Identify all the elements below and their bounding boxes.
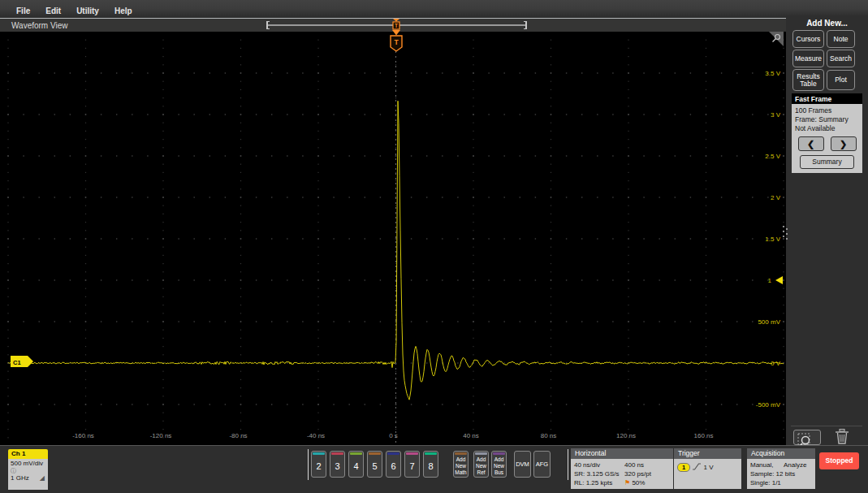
svg-text:C1: C1	[13, 359, 21, 366]
svg-text:80 ns: 80 ns	[541, 432, 557, 439]
pan-slider-right-bracket[interactable]	[524, 21, 527, 29]
voltage-axis-labels: 3.5 V3 V2.5 V2 V1.5 V1500 mV0 V-500 mV	[756, 70, 781, 409]
channel6-button[interactable]: 6	[386, 451, 401, 478]
separator-1	[308, 449, 309, 480]
channel5-button[interactable]: 5	[367, 451, 382, 478]
results-bar: Add New... Cursors Note Measure Search R…	[786, 15, 868, 493]
svg-text:120 ns: 120 ns	[616, 432, 636, 439]
svg-text:40 ns: 40 ns	[463, 432, 479, 439]
trigger-panel[interactable]: Trigger 1 1 V	[674, 448, 741, 489]
results-bar-divider	[791, 426, 862, 426]
fast-frame-summary-button[interactable]: Summary	[800, 155, 854, 169]
channel1-badge[interactable]: Ch 1 500 mV/div ⓘ 1 GHz◢	[8, 449, 53, 490]
menu-help[interactable]: Help	[114, 6, 132, 15]
add-new-header: Add New...	[786, 19, 868, 28]
trash-icon[interactable]	[834, 428, 850, 446]
menu-bar: File Edit Utility Help	[0, 0, 868, 16]
time-axis-labels: -160 ns-120 ns-80 ns-40 ns0 s40 ns80 ns1…	[72, 432, 713, 439]
fast-frame-title: Fast Frame	[792, 93, 862, 104]
separator-2	[568, 449, 568, 480]
channel8-color-stripe	[425, 452, 437, 455]
channel8-button[interactable]: 8	[423, 451, 438, 478]
waveform-display[interactable]: 3.5 V3 V2.5 V2 V1.5 V1500 mV0 V-500 mV-1…	[0, 32, 786, 445]
svg-text:-120 ns: -120 ns	[150, 432, 172, 439]
add-new-bus-button[interactable]: AddNewBus	[491, 451, 507, 478]
fast-frame-prev-button[interactable]: ❮	[798, 136, 824, 151]
zoom-corner-icon[interactable]	[769, 32, 784, 46]
trigger-level: 1 V	[703, 464, 713, 471]
trigger-title: Trigger	[674, 448, 741, 459]
channel1-bandwidth: 1 GHz◢	[11, 474, 48, 482]
bus-color-stripe	[493, 452, 505, 455]
menu-file[interactable]: File	[16, 6, 30, 15]
channel1-scale: 500 mV/div	[11, 460, 48, 467]
slider-trigger-marker[interactable]: T	[388, 18, 404, 36]
panel-splitter-handle[interactable]	[781, 224, 789, 244]
channel5-color-stripe	[369, 452, 381, 455]
plot-button[interactable]: Plot	[827, 70, 855, 90]
svg-text:2 V: 2 V	[771, 194, 781, 201]
svg-text:2.5 V: 2.5 V	[765, 153, 780, 160]
channel7-button[interactable]: 7	[404, 451, 420, 478]
waveform-view-titlebar: Waveform View T	[0, 18, 786, 32]
acquisition-panel[interactable]: Acquisition Manual,Analyze Sample: 12 bi…	[747, 448, 815, 489]
cursors-button[interactable]: Cursors	[792, 30, 824, 48]
svg-text:3.5 V: 3.5 V	[765, 70, 780, 77]
fast-frame-mode: Frame: Summary	[795, 115, 859, 124]
channel1-ground-marker[interactable]: C1	[11, 356, 33, 367]
measure-button[interactable]: Measure	[792, 50, 824, 67]
acquisition-title: Acquisition	[747, 448, 815, 459]
svg-text:160 ns: 160 ns	[693, 432, 713, 439]
channel1-name[interactable]: Ch 1	[8, 449, 48, 459]
fast-frame-availability: Not Available	[795, 124, 859, 133]
dvm-button[interactable]: DVM	[514, 451, 531, 478]
svg-text:0 V: 0 V	[771, 360, 781, 367]
note-button[interactable]: Note	[827, 30, 855, 48]
channel3-color-stripe	[331, 452, 343, 455]
channel1-waveform-trace	[8, 101, 784, 400]
menu-utility[interactable]: Utility	[76, 6, 99, 15]
trigger-level-marker[interactable]	[775, 276, 783, 284]
menu-edit[interactable]: Edit	[45, 6, 61, 15]
fast-frame-next-button[interactable]: ❯	[831, 136, 857, 151]
settings-bar: Ch 1 500 mV/div ⓘ 1 GHz◢ 2 3 4 5 6 7 8 A…	[0, 445, 868, 493]
stopped-button[interactable]: Stopped	[819, 452, 859, 469]
waveform-view-title: Waveform View	[11, 21, 67, 30]
svg-text:1.5 V: 1.5 V	[765, 236, 780, 243]
add-new-math-button[interactable]: AddNewMath	[453, 451, 469, 478]
channel3-button[interactable]: 3	[330, 451, 345, 478]
horizontal-title: Horizontal	[571, 448, 673, 459]
marker-flag-icon: ⚑	[624, 479, 630, 487]
svg-text:-40 ns: -40 ns	[307, 432, 325, 439]
search-button[interactable]: Search	[827, 50, 855, 67]
ref-color-stripe	[475, 452, 487, 455]
horizontal-panel[interactable]: Horizontal 40 ns/div400 ns SR: 3.125 GS/…	[571, 448, 673, 489]
trigger-flag[interactable]: T	[391, 36, 402, 51]
fast-frame-count: 100 Frames	[795, 106, 859, 115]
svg-text:T: T	[395, 23, 398, 28]
svg-text:0 s: 0 s	[389, 432, 398, 439]
zoom-box-button[interactable]	[793, 430, 821, 445]
channel2-button[interactable]: 2	[311, 451, 326, 478]
channel1-pointer-icon: ◢	[40, 474, 45, 482]
channel4-button[interactable]: 4	[348, 451, 364, 478]
svg-text:3 V: 3 V	[771, 111, 781, 119]
pan-slider-left-bracket[interactable]	[266, 21, 270, 29]
math-color-stripe	[455, 452, 467, 455]
channel1-probe-icon: ⓘ	[11, 467, 48, 474]
fast-frame-panel: Fast Frame 100 Frames Frame: Summary Not…	[792, 93, 862, 173]
channel4-color-stripe	[350, 452, 362, 455]
add-new-ref-button[interactable]: AddNewRef	[473, 451, 489, 478]
svg-text:-500 mV: -500 mV	[756, 401, 781, 409]
trigger-source-badge: 1	[677, 463, 690, 472]
channel7-color-stripe	[406, 452, 418, 455]
afg-button[interactable]: AFG	[533, 451, 551, 478]
channel2-color-stripe	[313, 452, 325, 455]
svg-text:-80 ns: -80 ns	[229, 432, 247, 439]
rising-edge-icon	[692, 462, 702, 471]
svg-text:-160 ns: -160 ns	[72, 432, 94, 439]
channel6-color-stripe	[387, 452, 399, 455]
svg-text:500 mV: 500 mV	[758, 318, 780, 326]
results-table-button[interactable]: Results Table	[792, 69, 824, 91]
svg-text:1: 1	[768, 277, 772, 284]
